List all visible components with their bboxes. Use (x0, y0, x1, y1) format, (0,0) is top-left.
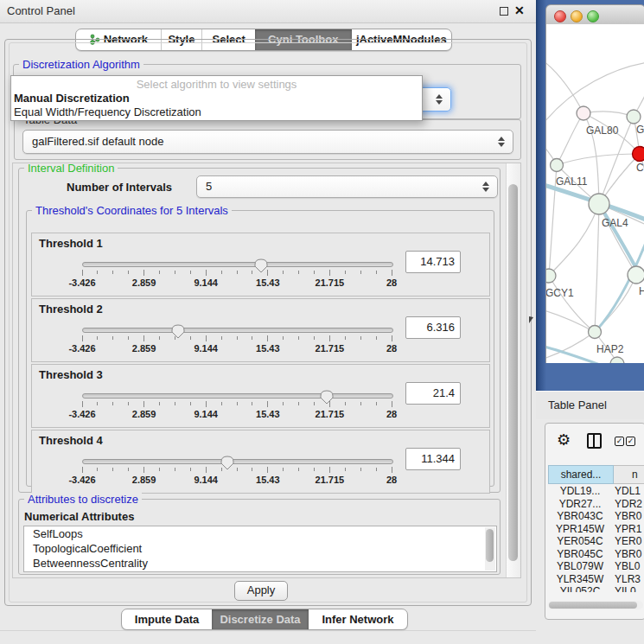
slider-tick (267, 335, 268, 341)
window-close-light[interactable] (554, 10, 566, 22)
attributes-scrollbar[interactable] (485, 527, 495, 571)
network-node-ga[interactable] (627, 110, 641, 124)
table-row[interactable]: YER054CYER0 (548, 535, 644, 548)
slider-tick (128, 271, 129, 274)
table-row[interactable]: YPR145WYPR1 (548, 523, 644, 536)
slider-tick (314, 468, 315, 471)
number-of-intervals-combo[interactable]: 5 (196, 175, 498, 198)
network-node-h[interactable] (628, 266, 644, 284)
network-node-gcy1[interactable] (546, 269, 556, 283)
gear-icon[interactable]: ⚙ (557, 431, 571, 449)
slider-tick-label: 9.144 (194, 409, 218, 419)
window-minimize-light[interactable] (571, 10, 583, 22)
slider-tick (112, 402, 113, 405)
checkbox-icon[interactable]: ✓ (626, 437, 635, 446)
slider-tick-label: -3.426 (68, 277, 95, 288)
combo-stepper-icon (482, 182, 489, 192)
tab-impute-data[interactable]: Impute Data (122, 609, 212, 629)
table-data-combo[interactable]: galFiltered.sif default node (22, 130, 513, 154)
slider-thumb[interactable] (220, 456, 234, 470)
slider-tick-label: 2.859 (132, 277, 156, 288)
slider-tick (267, 401, 268, 407)
slider-tick (298, 402, 299, 405)
network-window-titlebar[interactable] (545, 4, 644, 26)
table-row[interactable]: YLR345WYLR3 (548, 573, 644, 586)
slider-tick (376, 402, 377, 405)
tab-infer-network[interactable]: Infer Network (309, 609, 407, 629)
slider-tick (314, 336, 315, 340)
table-row[interactable]: YBR043CYBR0 (548, 510, 644, 523)
table-hscrollbar[interactable] (548, 601, 643, 609)
column-header-name[interactable]: n (614, 465, 644, 484)
slider-tick (360, 402, 361, 405)
network-node-gal80[interactable] (577, 106, 590, 120)
network-canvas[interactable]: GAL80GACGAL11GAL4GCY1HHAP2 (545, 24, 644, 363)
slider-thumb[interactable] (171, 324, 185, 339)
slider-tick (206, 270, 207, 276)
slider-tick (237, 402, 238, 405)
slider-tick (128, 336, 129, 340)
threshold-1-value-field[interactable]: 14.713 (405, 251, 461, 273)
settings-scrollbar[interactable] (506, 163, 520, 577)
slider-thumb[interactable] (254, 258, 268, 273)
slider-tick (97, 468, 98, 471)
network-node-gal11[interactable] (551, 159, 564, 172)
split-panel-icon[interactable] (587, 433, 602, 449)
attribute-item[interactable]: SelfLoops (24, 526, 496, 541)
slider-track[interactable] (82, 393, 393, 399)
network-node-hap2[interactable] (589, 326, 602, 339)
table-cell-name: YER0 (615, 535, 644, 548)
threshold-4-value-field[interactable]: 11.344 (405, 448, 461, 470)
table-row[interactable]: YBR045CYBR0 (548, 548, 644, 561)
threshold-2-value-field[interactable]: 6.316 (405, 316, 461, 339)
table-row[interactable]: YDR27...YDR2 (548, 498, 644, 511)
slider-tick (82, 467, 83, 473)
slider-tick-label: 28 (386, 277, 397, 288)
window-zoom-light[interactable] (587, 10, 599, 22)
slider-tick-label: 9.144 (194, 475, 218, 485)
attribute-item[interactable]: TopologicalCoefficient (24, 541, 496, 556)
slider-tick-label: 28 (386, 343, 397, 354)
slider-tick (237, 271, 238, 274)
threshold-3-value-field[interactable]: 21.4 (405, 382, 461, 405)
slider-tick-label: 15.43 (256, 277, 280, 288)
tab-discretize-data[interactable]: Discretize Data (212, 609, 309, 629)
table-row[interactable]: YDL19...YDL1 (548, 485, 644, 498)
slider-thumb[interactable] (320, 390, 334, 405)
table-row[interactable]: YBL079WYBL0 (548, 560, 644, 573)
table-hscrollbar-thumb[interactable] (549, 602, 637, 609)
algorithm-option-manual[interactable]: Manual Discretization (11, 92, 422, 105)
close-icon[interactable]: ✕ (514, 3, 525, 17)
slider-tick (283, 402, 284, 405)
table-cell-shared-name: YDL19... (548, 485, 612, 498)
mouse-cursor (529, 316, 533, 323)
algorithm-option-equal-width[interactable]: Equal Width/Frequency Discretization (11, 105, 422, 119)
network-edge (595, 204, 599, 332)
slider-tick (345, 468, 346, 471)
settings-scrollbar-thumb[interactable] (508, 184, 518, 561)
slider-tick-label: 21.715 (316, 475, 345, 485)
network-node-c[interactable] (633, 147, 644, 162)
thresholds-legend: Threshold's Coordinates for 5 Intervals (32, 204, 232, 217)
slider-tick (206, 401, 207, 407)
column-header-shared-name[interactable]: shared... (548, 465, 614, 484)
attribute-item[interactable]: BetweennessCentrality (24, 556, 496, 571)
algorithm-popup: Select algorithm to view settings Manual… (10, 75, 423, 121)
slider-tick (283, 336, 284, 340)
float-window-icon[interactable] (500, 7, 508, 16)
slider-tick-label: 28 (386, 475, 397, 485)
slider-tick (221, 271, 222, 274)
slider-tick-label: 2.859 (132, 475, 156, 485)
slider-tick (237, 468, 238, 471)
slider-track[interactable] (82, 262, 393, 267)
network-node-gal4[interactable] (589, 194, 609, 214)
checkbox-icon[interactable]: ✓ (615, 437, 624, 446)
network-node[interactable] (610, 357, 624, 363)
panel-title: Control Panel (7, 4, 75, 17)
threshold-1-panel: Threshold 1 -3.4262.8599.14415.4321.7152… (31, 233, 490, 296)
slider-track[interactable] (82, 328, 393, 333)
slider-tick (252, 336, 252, 340)
table-row[interactable]: YIL052CYIL0 (548, 585, 644, 592)
apply-button[interactable]: Apply (234, 581, 288, 601)
slider-track[interactable] (82, 459, 393, 464)
